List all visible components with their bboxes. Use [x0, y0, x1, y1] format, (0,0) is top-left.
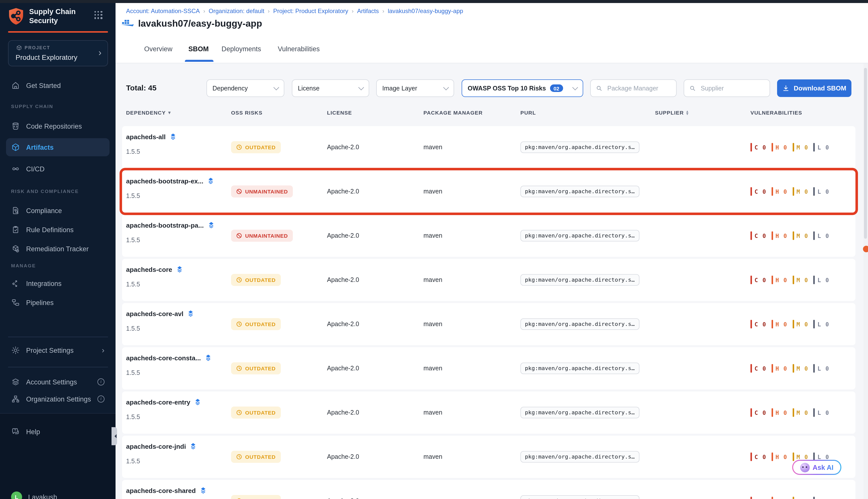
box-fix-icon	[11, 244, 20, 253]
sidebar-item-account-settings[interactable]: Account Settings i	[6, 373, 110, 391]
oss-risk-badge: OUTDATED	[231, 318, 281, 330]
table-row[interactable]: apacheds-bootstrap-ex... 1.5.5 UNMAINTAI…	[122, 170, 855, 212]
sidebar-item-help[interactable]: ? Help	[6, 423, 110, 441]
table-row[interactable]: apacheds-core-jndi 1.5.5 OUTDATED Apache…	[122, 436, 855, 478]
severity-count-label: L 0	[818, 498, 830, 499]
vulnerability-counts: C 0H 0M 0L 0	[751, 364, 829, 373]
table-header: DEPENDENCY▾ OSS RISKS LICENSE PACKAGE MA…	[122, 110, 855, 122]
dependency-cell: apacheds-all 1.5.5	[126, 133, 177, 155]
purl-chip[interactable]: pkg:maven/org.apache.directory.s…	[520, 407, 639, 418]
tab-deployments[interactable]: Deployments	[222, 45, 261, 53]
divider	[8, 367, 108, 367]
risk-status-icon	[236, 277, 242, 283]
filter-license-dropdown[interactable]: License	[292, 80, 369, 97]
purl-chip[interactable]: pkg:maven/org.apache.directory.s…	[520, 495, 639, 499]
download-sbom-button[interactable]: Download SBOM	[777, 80, 852, 97]
sidebar-item-rule-definitions[interactable]: Rule Definitions	[6, 221, 110, 239]
package-manager-cell: maven	[423, 232, 442, 239]
risk-status-icon	[236, 188, 242, 194]
severity-count-label: C 0	[755, 144, 767, 151]
purl-chip[interactable]: pkg:maven/org.apache.directory.s…	[520, 274, 639, 286]
breadcrumb-item[interactable]: Project: Product Exploratory	[273, 8, 348, 15]
severity-bar-icon	[771, 143, 773, 151]
filter-image-layer-dropdown[interactable]: Image Layer	[376, 80, 454, 97]
vuln-high-count: H 0	[771, 364, 788, 373]
table-row[interactable]: apacheds-all 1.5.5 OUTDATED Apache-2.0 m…	[122, 126, 855, 168]
purl-chip[interactable]: pkg:maven/org.apache.directory.s…	[520, 451, 639, 463]
sidebar: Supply Chain Security PROJECT Product Ex…	[0, 0, 115, 499]
sidebar-item-project-settings[interactable]: Project Settings ›	[6, 341, 110, 359]
tab-vulnerabilities[interactable]: Vulnerabilities	[278, 45, 320, 53]
nav-section-label: SUPPLY CHAIN	[11, 104, 53, 109]
search-icon	[596, 85, 603, 92]
ai-mascot-icon	[800, 463, 809, 472]
purl-chip[interactable]: pkg:maven/org.apache.directory.s…	[520, 363, 639, 374]
license-cell: Apache-2.0	[327, 453, 359, 460]
vuln-medium-count: M 0	[792, 320, 808, 328]
vuln-medium-count: M 0	[792, 276, 808, 284]
purl-chip[interactable]: pkg:maven/org.apache.directory.s…	[520, 230, 639, 242]
filter-owasp-dropdown[interactable]: OWASP OSS Top 10 Risks 02	[462, 80, 583, 97]
sidebar-item-get-started[interactable]: Get Started	[6, 76, 110, 95]
user-menu[interactable]: L Lavakush	[6, 488, 110, 499]
info-icon[interactable]: i	[97, 378, 104, 386]
project-selector[interactable]: PROJECT Product Exploratory ›	[8, 40, 108, 66]
sidebar-item-ci-cd[interactable]: CI/CD	[6, 160, 110, 178]
sidebar-collapse-handle[interactable]	[112, 427, 117, 445]
sidebar-item-code-repositories[interactable]: Code Repositories	[6, 117, 110, 135]
purl-cell: pkg:maven/org.apache.directory.s…	[520, 186, 639, 197]
page-header: Account: Automation-SSCA›Organization: d…	[115, 3, 868, 63]
dependency-cell: apacheds-core-shared 1.5.5	[126, 486, 207, 499]
breadcrumb-item[interactable]: Account: Automation-SSCA	[126, 8, 200, 15]
app-title: Supply Chain Security	[29, 7, 76, 25]
table-row[interactable]: apacheds-core-entry 1.5.5 OUTDATED Apach…	[122, 391, 855, 434]
package-manager-cell: maven	[423, 365, 442, 372]
breadcrumb-item[interactable]: Organization: default	[209, 8, 264, 15]
svg-text:?: ?	[14, 428, 16, 432]
table-row[interactable]: apacheds-core-shared 1.5.5 OUTDATED Apac…	[122, 480, 855, 499]
severity-bar-icon	[751, 408, 752, 417]
oss-risk-cell: OUTDATED	[231, 406, 281, 418]
package-manager-cell: maven	[423, 498, 442, 499]
sidebar-item-organization-settings[interactable]: Organization Settings i	[6, 390, 110, 408]
layers-icon	[207, 221, 215, 229]
app-switcher-grid-icon[interactable]	[95, 11, 102, 19]
tab-sbom[interactable]: SBOM	[188, 45, 209, 53]
severity-count-label: H 0	[776, 188, 788, 195]
chevron-down-icon	[443, 84, 449, 90]
scrollbar-thumb[interactable]	[864, 68, 867, 239]
supplier-search[interactable]	[684, 80, 770, 97]
purl-cell: pkg:maven/org.apache.directory.s…	[520, 318, 639, 330]
package-manager-input[interactable]	[606, 84, 671, 92]
table-row[interactable]: apacheds-core 1.5.5 OUTDATED Apache-2.0 …	[122, 259, 855, 301]
purl-chip[interactable]: pkg:maven/org.apache.directory.s…	[520, 186, 639, 197]
sidebar-item-compliance[interactable]: Compliance	[6, 202, 110, 220]
purl-chip[interactable]: pkg:maven/org.apache.directory.s…	[520, 142, 639, 153]
table-row[interactable]: apacheds-bootstrap-pa... 1.5.5 UNMAINTAI…	[122, 215, 855, 257]
table-row[interactable]: apacheds-core-avl 1.5.5 OUTDATED Apache-…	[122, 303, 855, 345]
purl-chip[interactable]: pkg:maven/org.apache.directory.s…	[520, 318, 639, 330]
info-icon[interactable]: i	[97, 395, 104, 402]
sidebar-item-remediation-tracker[interactable]: Remediation Tracker	[6, 240, 110, 258]
column-dependency[interactable]: DEPENDENCY▾	[126, 110, 171, 115]
filter-dependency-dropdown[interactable]: Dependency	[207, 80, 284, 97]
dependency-version: 1.5.5	[126, 414, 201, 421]
package-manager-search[interactable]	[590, 80, 677, 97]
sidebar-item-integrations[interactable]: Integrations	[6, 275, 110, 292]
severity-count-label: M 0	[796, 188, 808, 195]
sidebar-item-pipelines[interactable]: Pipelines	[6, 293, 110, 312]
severity-count-label: L 0	[818, 276, 830, 283]
supplier-input[interactable]	[700, 84, 765, 92]
dependency-name: apacheds-bootstrap-ex...	[126, 177, 203, 185]
ask-ai-button[interactable]: Ask AI	[792, 460, 841, 475]
sidebar-item-artifacts[interactable]: Artifacts	[6, 138, 110, 156]
table-row[interactable]: apacheds-core-consta... 1.5.5 OUTDATED A…	[122, 347, 855, 389]
breadcrumb-item[interactable]: Artifacts	[357, 8, 379, 15]
app-root: Supply Chain Security PROJECT Product Ex…	[0, 0, 868, 499]
breadcrumb-item[interactable]: lavakush07/easy-buggy-app	[388, 8, 463, 15]
column-supplier[interactable]: SUPPLIER▴▾	[655, 110, 689, 115]
sort-icon: ▴▾	[686, 110, 689, 115]
project-selector-label: PROJECT	[25, 45, 50, 50]
column-license: LICENSE	[327, 110, 352, 115]
tab-overview[interactable]: Overview	[144, 45, 173, 53]
